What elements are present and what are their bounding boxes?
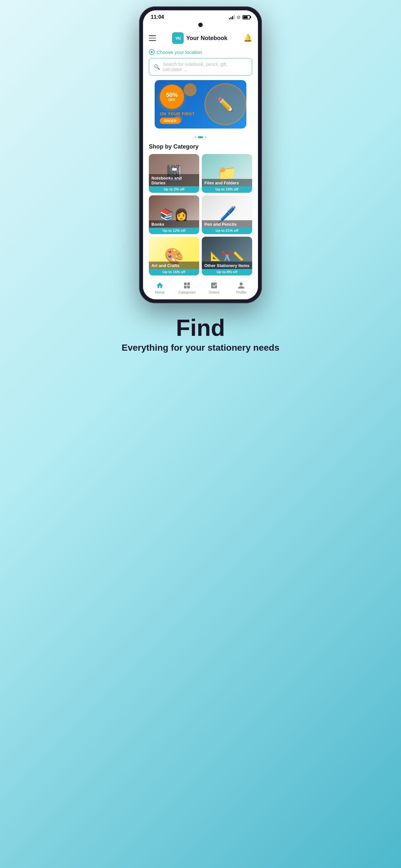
search-box[interactable]: 🔍 Search for notebook, pencil, gift, cal… (149, 58, 252, 75)
status-bar: 11:04 ⊙ (143, 10, 258, 22)
app-header: YN Your Notebook 🔔 (143, 30, 258, 48)
nav-home-label: Home (155, 290, 164, 294)
category-card-books[interactable]: 📚👩 Books Up to 12% off (149, 195, 199, 234)
category-overlay-notebooks: Notebooks and Diaries Up to 2% off (149, 174, 199, 193)
status-time: 11:04 (151, 14, 164, 20)
notification-bell-icon[interactable]: 🔔 (243, 34, 252, 42)
promo-banner[interactable]: 50% OFF ON YOUR FIRST ORDER ✏️ (149, 80, 252, 140)
category-card-files[interactable]: 📁 Files and Folders Up to 10% off (202, 154, 252, 193)
logo-area: YN Your Notebook (172, 32, 227, 44)
phone-screen: 11:04 ⊙ (143, 10, 258, 299)
nav-categories-label: Categories (178, 290, 195, 294)
search-container: 🔍 Search for notebook, pencil, gift, cal… (143, 58, 258, 80)
category-name-other: Other Stationery Items (202, 261, 252, 269)
category-discount-other: Up to 8% off (202, 269, 252, 275)
category-name-pens: Pen and Pencils (202, 220, 252, 228)
discount-circle: 50% OFF (160, 85, 184, 109)
notch-area (143, 22, 258, 30)
banner-dot-2 (198, 136, 203, 138)
category-card-notebooks[interactable]: 📓 Notebooks and Diaries Up to 2% off (149, 154, 199, 193)
banner-left: 50% OFF ON YOUR FIRST ORDER (155, 80, 204, 128)
banner-dots (149, 134, 252, 140)
category-name-notebooks: Notebooks and Diaries (149, 174, 199, 186)
nav-home[interactable]: Home (150, 282, 169, 294)
location-row[interactable]: Choose your location (143, 48, 258, 58)
banner-dot-1 (194, 136, 196, 138)
category-card-other[interactable]: 📐✂️📏 Other Stationery Items Up to 8% off (202, 237, 252, 275)
category-name-art: Art and Crafts (149, 261, 199, 269)
category-overlay-other: Other Stationery Items Up to 8% off (202, 261, 252, 275)
category-discount-notebooks: Up to 2% off (149, 186, 199, 193)
categories-icon (183, 282, 191, 289)
section-title: Shop by Category (143, 142, 258, 154)
category-discount-art: Up to 15% off (149, 269, 199, 275)
category-card-pens[interactable]: 🖊️ Pen and Pencils Up to 21% off (202, 195, 252, 234)
category-overlay-art: Art and Crafts Up to 15% off (149, 261, 199, 275)
discount-off: OFF (168, 98, 176, 102)
orders-icon (210, 282, 218, 289)
phone-frame: 11:04 ⊙ (139, 6, 262, 303)
category-discount-files: Up to 10% off (202, 186, 252, 193)
category-discount-books: Up to 12% off (149, 228, 199, 234)
bottom-tagline: Find Everything for your stationery need… (112, 303, 289, 360)
category-grid: 📓 Notebooks and Diaries Up to 2% off 📁 F… (143, 154, 258, 275)
category-overlay-pens: Pen and Pencils Up to 21% off (202, 220, 252, 234)
wifi-icon: ⊙ (237, 14, 241, 20)
bottom-nav: Home Categories Orders (143, 278, 258, 299)
banner-right: ✏️ (204, 83, 246, 125)
banner-line1: ON YOUR FIRST (160, 112, 199, 116)
app-content: YN Your Notebook 🔔 Choose your location … (143, 30, 258, 299)
banner-container: 50% OFF ON YOUR FIRST ORDER ✏️ (155, 80, 246, 128)
search-icon: 🔍 (154, 64, 160, 70)
logo-icon: YN (172, 32, 184, 44)
stationery-visual: ✏️ (204, 83, 246, 125)
tagline-main: Find (122, 316, 280, 339)
banner-dot-3 (205, 136, 207, 138)
location-label: Choose your location (157, 50, 202, 55)
profile-icon (237, 282, 245, 289)
nav-orders-label: Orders (209, 290, 220, 294)
battery-icon (243, 15, 250, 20)
camera (198, 23, 203, 27)
order-badge: ORDER (160, 118, 181, 124)
hamburger-menu-button[interactable] (149, 35, 156, 41)
category-name-books: Books (149, 220, 199, 228)
category-overlay-files: Files and Folders Up to 10% off (202, 179, 252, 193)
app-title: Your Notebook (186, 35, 227, 42)
tagline-sub: Everything for your stationery needs (122, 342, 280, 353)
nav-categories[interactable]: Categories (177, 282, 197, 294)
category-card-art[interactable]: 🎨 Art and Crafts Up to 15% off (149, 237, 199, 275)
category-overlay-books: Books Up to 12% off (149, 220, 199, 234)
signal-icon (229, 15, 235, 20)
nav-profile-label: Profile (236, 290, 246, 294)
home-icon (156, 282, 164, 289)
search-input[interactable]: Search for notebook, pencil, gift, calcu… (163, 62, 247, 72)
discount-percent: 50% (166, 92, 178, 98)
nav-profile[interactable]: Profile (232, 282, 251, 294)
status-icons: ⊙ (229, 14, 250, 20)
nav-orders[interactable]: Orders (204, 282, 224, 294)
location-pin-icon (149, 49, 155, 55)
category-discount-pens: Up to 21% off (202, 228, 252, 234)
category-name-files: Files and Folders (202, 179, 252, 186)
